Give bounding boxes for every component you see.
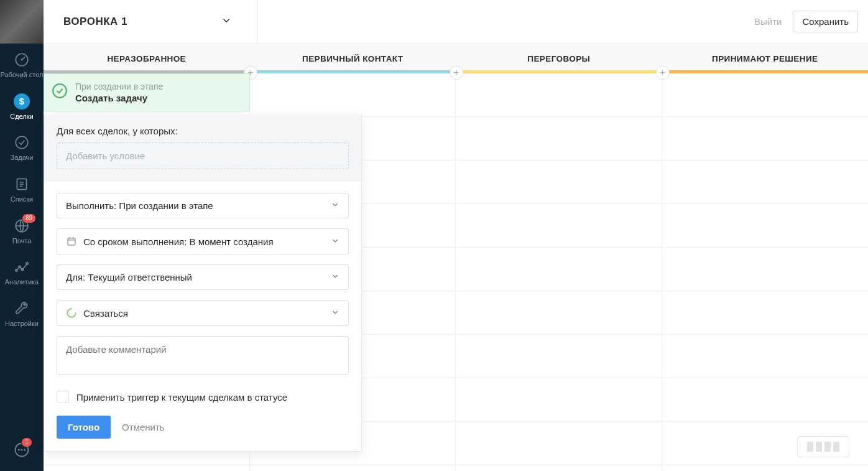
- cancel-button[interactable]: Отменить: [122, 422, 165, 432]
- add-condition-button[interactable]: Добавить условие: [57, 142, 349, 169]
- svg-point-1: [21, 58, 22, 60]
- grid-cell[interactable]: [456, 248, 662, 291]
- sidebar-item-label: Рабочий стол: [0, 71, 43, 79]
- floating-widget[interactable]: [797, 436, 849, 457]
- chat-badge: 1: [21, 437, 32, 447]
- condition-section-label: Для всех сделок, у которых:: [57, 126, 349, 136]
- sidebar-item-label: Настройки: [5, 320, 39, 328]
- popup-body: Выполнить: При создании в этапе Со сроко…: [44, 182, 361, 380]
- execute-when-select[interactable]: Выполнить: При создании в этапе: [57, 193, 349, 218]
- grid-cell[interactable]: [456, 422, 662, 465]
- add-stage-button[interactable]: +: [656, 66, 670, 80]
- select-value: Со сроком выполнения: В момент создания: [83, 236, 274, 247]
- grid-cell[interactable]: [456, 204, 662, 248]
- svg-point-11: [21, 449, 22, 450]
- apply-trigger-checkbox[interactable]: [57, 391, 69, 403]
- popup-actions: Готово Отменить: [44, 403, 361, 451]
- apply-trigger-checkbox-row: Применить триггер к текущим сделкам в ст…: [44, 380, 361, 403]
- grid-cell[interactable]: [662, 73, 869, 117]
- sidebar-item-label: Сделки: [10, 113, 34, 121]
- grid-cell[interactable]: [662, 248, 869, 291]
- sidebar-item-dashboard[interactable]: Рабочий стол: [0, 44, 44, 85]
- exit-button[interactable]: Выйти: [754, 16, 782, 27]
- sidebar-item-label: Почта: [12, 237, 32, 245]
- grid-cell[interactable]: [662, 335, 869, 378]
- stage-first-contact[interactable]: ПЕРВИЧНЫЙ КОНТАКТ +: [250, 44, 456, 73]
- svg-point-13: [53, 84, 67, 98]
- deals-icon: $: [13, 93, 30, 110]
- calendar-icon: [66, 236, 77, 247]
- logo-area: [0, 0, 44, 44]
- stage-name: ПЕРВИЧНЫЙ КОНТАКТ: [302, 54, 403, 63]
- header-actions: Выйти Сохранить: [754, 11, 868, 32]
- sidebar: Рабочий стол $ Сделки Задачи Списки Почт…: [0, 0, 44, 471]
- grid-cell[interactable]: [456, 335, 662, 378]
- grid-cell[interactable]: [250, 73, 456, 117]
- trigger-edit-popup: Для всех сделок, у которых: Добавить усл…: [44, 114, 362, 452]
- svg-rect-14: [68, 238, 75, 245]
- svg-point-10: [19, 449, 19, 450]
- sidebar-item-mail[interactable]: Почта 89: [0, 210, 44, 251]
- sidebar-chat[interactable]: 1: [0, 431, 44, 471]
- trigger-card[interactable]: При создании в этапе Создать задачу: [44, 73, 250, 111]
- lane: [456, 73, 662, 471]
- chevron-down-icon: [331, 308, 339, 319]
- widget-bar: [833, 442, 839, 452]
- chevron-down-icon: [331, 236, 339, 247]
- grid-cell[interactable]: [662, 161, 869, 204]
- grid-cell[interactable]: [662, 117, 869, 161]
- stages-header: НЕРАЗОБРАННОЕ + ПЕРВИЧНЫЙ КОНТАКТ + ПЕРЕ…: [44, 44, 868, 73]
- select-value: Выполнить: При создании в этапе: [66, 200, 213, 211]
- svg-point-12: [24, 449, 25, 450]
- grid-cell[interactable]: [456, 378, 662, 422]
- deadline-select[interactable]: Со сроком выполнения: В момент создания: [57, 228, 349, 254]
- check-circle-icon: [13, 134, 30, 151]
- pipeline-title: ВОРОНКА 1: [63, 16, 127, 28]
- gauge-icon: [13, 51, 30, 68]
- stage-decision[interactable]: ПРИНИМАЮТ РЕШЕНИЕ: [662, 44, 869, 73]
- sidebar-item-analytics[interactable]: Аналитика: [0, 251, 44, 292]
- trigger-condition-label: При создании в этапе: [75, 82, 239, 91]
- grid-cell[interactable]: [662, 204, 869, 248]
- sidebar-item-deals[interactable]: $ Сделки: [0, 85, 44, 127]
- widget-bar: [816, 442, 822, 452]
- grid-cell[interactable]: [456, 161, 662, 204]
- stage-name: ПРИНИМАЮТ РЕШЕНИЕ: [712, 54, 818, 63]
- list-icon: [13, 175, 30, 193]
- save-button[interactable]: Сохранить: [793, 11, 858, 32]
- pipeline-selector[interactable]: ВОРОНКА 1: [44, 15, 252, 29]
- chevron-down-icon: [221, 15, 232, 29]
- select-value: Связаться: [83, 308, 128, 319]
- grid-cell[interactable]: [456, 291, 662, 335]
- chevron-down-icon: [331, 200, 339, 211]
- comment-textarea[interactable]: [57, 336, 349, 375]
- grid-cell[interactable]: [662, 378, 869, 422]
- mail-badge: 89: [22, 213, 36, 223]
- grid-cell[interactable]: [456, 117, 662, 161]
- header: ВОРОНКА 1 Выйти Сохранить: [44, 0, 868, 44]
- add-stage-button[interactable]: +: [450, 66, 463, 80]
- grid-cell[interactable]: [456, 73, 662, 117]
- lane: [662, 73, 869, 471]
- divider: [257, 0, 257, 44]
- widget-bar: [824, 442, 831, 452]
- grid-cell[interactable]: [662, 291, 869, 335]
- wrench-icon: [13, 300, 30, 317]
- action-type-select[interactable]: Связаться: [57, 300, 349, 326]
- apply-trigger-label: Применить триггер к текущим сделкам в ст…: [76, 392, 287, 403]
- svg-point-2: [16, 137, 28, 149]
- stage-name: НЕРАЗОБРАННОЕ: [107, 54, 186, 63]
- stage-negotiation[interactable]: ПЕРЕГОВОРЫ +: [456, 44, 662, 73]
- sidebar-item-settings[interactable]: Настройки: [0, 292, 44, 334]
- stage-unreviewed[interactable]: НЕРАЗОБРАННОЕ +: [44, 44, 250, 73]
- trigger-action-label: Создать задачу: [75, 93, 239, 103]
- sidebar-item-tasks[interactable]: Задачи: [0, 126, 44, 168]
- done-button[interactable]: Готово: [57, 416, 111, 439]
- popup-condition-section: Для всех сделок, у которых: Добавить усл…: [44, 114, 361, 182]
- sidebar-item-label: Списки: [11, 195, 34, 203]
- assignee-select[interactable]: Для: Текущий ответственный: [57, 264, 349, 290]
- chevron-down-icon: [331, 272, 339, 282]
- sidebar-item-lists[interactable]: Списки: [0, 168, 44, 210]
- select-value: Для: Текущий ответственный: [66, 272, 192, 282]
- analytics-icon: [13, 258, 30, 276]
